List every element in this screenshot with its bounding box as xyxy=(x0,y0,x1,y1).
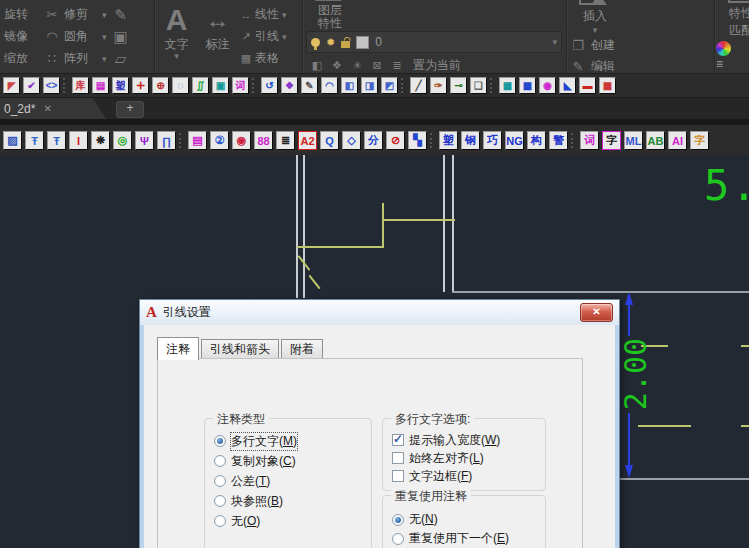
toolbar-icon[interactable] xyxy=(571,133,577,148)
dimension-button[interactable]: ↔ 标注 xyxy=(197,0,238,73)
linetype-icon[interactable]: ≡ xyxy=(716,59,723,69)
layer-thaw-icon[interactable]: ✹ xyxy=(326,36,335,49)
chevron-down-icon[interactable]: ▾ xyxy=(102,10,107,20)
toolbar-icon[interactable]: ◌ xyxy=(172,77,189,94)
toolbar-icon[interactable]: ▨ xyxy=(3,131,22,150)
toolbar-icon[interactable]: 警 xyxy=(549,131,568,150)
checkbox-option[interactable]: 文字边框(F) xyxy=(383,467,545,485)
chevron-down-icon[interactable]: ▾ xyxy=(552,37,557,47)
toolbar-icon[interactable]: 88 xyxy=(254,131,273,150)
toolbar-icon[interactable]: ≣ xyxy=(276,131,295,150)
checkbox-option[interactable]: 始终左对齐(L) xyxy=(383,449,545,467)
toolbar-icon[interactable]: <> xyxy=(43,77,60,94)
dialog-tab[interactable]: 注释 xyxy=(157,337,199,360)
toolbar-icon[interactable] xyxy=(401,78,407,93)
array-button[interactable]: 阵列 xyxy=(64,50,98,67)
checkbox-option[interactable]: 提示输入宽度(W) xyxy=(383,431,545,449)
toolbar-icon[interactable]: 钢 xyxy=(461,131,480,150)
layer-color-swatch[interactable] xyxy=(356,36,369,49)
layer-properties-button[interactable]: 图层 特性 xyxy=(304,0,356,30)
dialog-titlebar[interactable]: A 引线设置 ✕ xyxy=(140,300,619,325)
toolbar-icon[interactable]: ▦ xyxy=(519,77,536,94)
insert-button[interactable]: 插入 ▾ xyxy=(568,0,622,35)
toolbar-icon[interactable]: ▤ xyxy=(92,77,109,94)
toolbar-icon[interactable]: ◨ xyxy=(361,77,378,94)
chevron-down-icon[interactable]: ▾ xyxy=(102,32,107,42)
linear-button[interactable]: ↔ 线性 ▾ xyxy=(240,4,302,26)
layer-on-icon[interactable] xyxy=(311,38,320,47)
create-block-button[interactable]: ❐ 创建 xyxy=(570,35,714,56)
toolbar-icon[interactable]: 构 xyxy=(527,131,546,150)
toolbar-icon[interactable]: ❖ xyxy=(281,77,298,94)
toolbar-icon[interactable]: ◤ xyxy=(3,77,20,94)
toolbar-icon[interactable]: ⊸ xyxy=(450,77,467,94)
toolbar-icon[interactable]: ◇ xyxy=(342,131,361,150)
toolbar-icon[interactable] xyxy=(430,133,436,148)
toolbar-icon[interactable]: ◩ xyxy=(381,77,398,94)
toolbar-icon[interactable] xyxy=(490,78,496,93)
color-wheel-icon[interactable] xyxy=(716,41,731,56)
toolbar-icon[interactable]: ❑ xyxy=(470,77,487,94)
toolbar-icon[interactable]: 塑 xyxy=(439,131,458,150)
scale-button[interactable]: 缩放 xyxy=(4,50,40,67)
radio-option[interactable]: 无(N) xyxy=(383,510,545,529)
dialog-tab[interactable]: 引线和箭头 xyxy=(201,339,279,359)
layer-tool-icon[interactable]: ✳ xyxy=(349,59,365,72)
toolbar-icon[interactable]: 分 xyxy=(364,131,383,150)
toolbar-icon[interactable]: ◉ xyxy=(232,131,251,150)
toolbar-icon[interactable]: Ŧ xyxy=(47,131,66,150)
toolbar-icon[interactable]: ∬ xyxy=(192,77,209,94)
toolbar-icon[interactable]: 巧 xyxy=(483,131,502,150)
layer-combo[interactable]: ✹ 0 ▾ xyxy=(306,31,562,53)
toolbar-icon[interactable]: Ŧ xyxy=(25,131,44,150)
layer-tool-icon[interactable]: ❖ xyxy=(329,59,345,72)
toolbar-icon[interactable]: ∏ xyxy=(157,131,176,150)
toolbar-icon[interactable]: 库 xyxy=(72,77,89,94)
mirror-button[interactable]: 镜像 xyxy=(4,28,40,45)
toolbar-icon[interactable]: ▤ xyxy=(188,131,207,150)
toolbar-icon[interactable] xyxy=(179,133,185,148)
match-properties-button[interactable]: 特性 匹配 xyxy=(716,0,749,37)
table-button[interactable]: ▦ 表格 xyxy=(240,48,302,70)
new-tab-button[interactable]: + xyxy=(116,101,144,118)
toolbar-icon[interactable]: ▦ xyxy=(499,77,516,94)
toolbar-icon[interactable]: 词 xyxy=(232,77,249,94)
close-button[interactable]: ✕ xyxy=(580,303,613,322)
toolbar-icon[interactable]: ② xyxy=(210,131,229,150)
toolbar-icon[interactable] xyxy=(252,78,258,93)
radio-option[interactable]: 块参照(B) xyxy=(205,491,371,511)
toolbar-icon[interactable]: ✔ xyxy=(23,77,40,94)
layer-tool-icon[interactable]: ⊠ xyxy=(369,59,385,72)
toolbar-icon[interactable]: ❋ xyxy=(91,131,110,150)
leader-button[interactable]: ↗ 引线 ▾ xyxy=(240,26,302,48)
layer-tool-icon[interactable]: ◧ xyxy=(309,59,325,72)
radio-option[interactable]: 多行文字(M) xyxy=(205,431,371,451)
toolbar-icon[interactable]: ▣ xyxy=(212,77,229,94)
radio-option[interactable]: 重复使用下一个(E) xyxy=(383,529,545,548)
radio-option[interactable]: 无(O) xyxy=(205,511,371,531)
toolbar-icon[interactable] xyxy=(63,78,69,93)
toolbar-icon[interactable]: Ψ xyxy=(135,131,154,150)
toolbar-icon[interactable]: AB xyxy=(646,131,665,150)
toolbar-icon[interactable]: ⊘ xyxy=(386,131,405,150)
close-tab-icon[interactable]: ✕ xyxy=(43,103,51,114)
chevron-down-icon[interactable]: ▾ xyxy=(102,54,107,64)
toolbar-icon[interactable]: A2 xyxy=(298,131,317,150)
toolbar-icon[interactable]: ▬ xyxy=(579,77,596,94)
toolbar-icon[interactable]: ▚ xyxy=(408,131,427,150)
dialog-tab[interactable]: 附着 xyxy=(281,339,323,359)
layer-unlock-icon[interactable] xyxy=(341,41,350,48)
toolbar-icon[interactable]: ⊕ xyxy=(152,77,169,94)
trim-button[interactable]: 修剪 xyxy=(64,6,98,23)
text-button[interactable]: A 文字 ▾ xyxy=(156,0,197,73)
toolbar-icon[interactable]: ✎ xyxy=(301,77,318,94)
toolbar-icon[interactable]: ▦ xyxy=(599,77,616,94)
drawing-tab[interactable]: 0_2d* ✕ xyxy=(0,98,106,119)
toolbar-icon[interactable]: I xyxy=(69,131,88,150)
pen-tool-icon[interactable]: ✎ xyxy=(111,6,131,24)
rotate-button[interactable]: 旋转 xyxy=(4,6,40,23)
toolbar-icon[interactable]: ↺ xyxy=(261,77,278,94)
fillet-button[interactable]: 圆角 xyxy=(64,28,98,45)
box-tool-icon[interactable]: ▣ xyxy=(111,28,131,46)
toolbar-icon[interactable]: ╱ xyxy=(410,77,427,94)
